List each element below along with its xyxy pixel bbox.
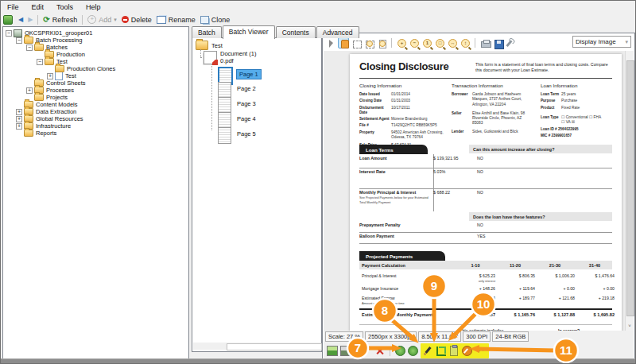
clone-button[interactable]: Clone xyxy=(198,15,233,25)
expander-icon[interactable]: − xyxy=(26,45,33,51)
node-tree-panel: − OKCSPRKI01_grooper01 − Batch Processin… xyxy=(2,26,189,360)
page-item-5[interactable]: Page 5 xyxy=(218,127,258,144)
expander-icon[interactable]: + xyxy=(16,109,22,115)
loan-amount-row: Loan Amount $ 139,321.95 NO xyxy=(359,156,612,168)
tree-item-production-clones[interactable]: Production Clones xyxy=(3,65,188,72)
tab-batch-viewer[interactable]: Batch Viewer xyxy=(223,25,275,39)
zoom-fit-height-icon[interactable]: ↕ xyxy=(460,37,471,48)
scrollbar-thumb[interactable] xyxy=(227,343,322,350)
expander-icon[interactable]: + xyxy=(47,73,53,79)
pointer-tool-icon[interactable] xyxy=(325,37,336,48)
mortgage-insurance-row: Mortgage Insurance + 148.26 + 119.64 + 0… xyxy=(359,286,612,291)
next-image-icon[interactable] xyxy=(340,346,351,356)
menu-help[interactable]: Help xyxy=(80,2,107,12)
tree-item-processes[interactable]: + Processes xyxy=(3,87,188,94)
zoom-actual-icon[interactable]: 1 xyxy=(421,37,432,48)
clipboard-icon[interactable] xyxy=(450,346,458,356)
tree-item-content-models[interactable]: Content Models xyxy=(3,101,188,108)
tree-item-data-extraction[interactable]: + Data Extraction xyxy=(3,108,188,115)
page-thumbnail[interactable] xyxy=(218,112,231,129)
menu-tools[interactable]: Tools xyxy=(50,2,80,12)
tab-batch[interactable]: Batch xyxy=(192,26,222,38)
page-item-4[interactable]: Page 4 xyxy=(218,112,258,129)
folder-icon xyxy=(55,65,64,72)
form-title: Closing Disclosure xyxy=(359,60,448,72)
expander-icon[interactable]: − xyxy=(6,30,12,37)
pan-tool-icon[interactable] xyxy=(338,37,349,48)
page-thumbnail[interactable] xyxy=(218,127,231,144)
refresh-button[interactable]: ⟳ Refresh xyxy=(41,14,80,25)
folder-icon xyxy=(24,37,33,44)
tree-item-test[interactable]: − Test xyxy=(3,58,188,65)
forward-button[interactable]: ▶ xyxy=(25,16,35,24)
monthly-pi-row: Monthly Principal & InterestSee Projecte… xyxy=(359,190,612,211)
delete-button[interactable]: Delete xyxy=(119,15,154,25)
scroll-down-icon[interactable]: ˅ xyxy=(626,322,634,331)
scrollbar-thumb[interactable] xyxy=(626,60,634,316)
expander-icon[interactable]: + xyxy=(16,123,22,130)
zoom-window-icon[interactable] xyxy=(363,37,374,48)
menu-file[interactable]: File xyxy=(1,2,25,12)
form-intro: This form is a statement of final loan t… xyxy=(475,62,615,72)
tree-item-projects[interactable]: Projects xyxy=(3,94,188,101)
document-canvas[interactable]: Closing Disclosure This form is a statem… xyxy=(324,51,626,331)
crop-icon[interactable] xyxy=(436,347,446,356)
tab-strip: Batch Batch Viewer Contents Advanced xyxy=(192,25,360,38)
edit-image-icon[interactable] xyxy=(462,346,472,356)
rename-button[interactable]: Rename xyxy=(154,15,198,25)
rotate-left-icon[interactable] xyxy=(395,346,405,356)
window-frame-bottom xyxy=(1,358,635,363)
rotate-right-icon[interactable] xyxy=(408,346,418,356)
save-icon[interactable] xyxy=(492,37,503,48)
draw-redaction-icon[interactable] xyxy=(424,347,432,355)
projected-payments-header: Projected Payments xyxy=(359,251,445,261)
undo-icon[interactable]: ↶ xyxy=(476,347,486,355)
tab-contents[interactable]: Contents xyxy=(276,26,316,38)
horizontal-scrollbar[interactable] xyxy=(193,343,320,350)
delete-image-icon[interactable] xyxy=(375,347,385,355)
expander-icon[interactable]: + xyxy=(26,87,33,94)
document-page: Closing Disclosure This form is a statem… xyxy=(350,54,622,331)
status-pixels: 2550px x 3300px xyxy=(365,331,417,342)
expander-icon[interactable]: − xyxy=(16,37,22,44)
tree-item-test-batch[interactable]: + Test xyxy=(3,72,188,79)
tab-advanced[interactable]: Advanced xyxy=(316,26,359,38)
tree-item-global-resources[interactable]: + Global Resources xyxy=(3,115,188,122)
batch-tree-panel: Test Document (1) 0.pdf Page 1 Page 2 Pa… xyxy=(192,37,322,352)
zoom-out-icon[interactable]: − xyxy=(409,37,420,48)
back-button[interactable]: ◀ xyxy=(16,16,25,24)
separator xyxy=(82,15,83,25)
display-mode-dropdown[interactable]: Display Image ▾ xyxy=(572,36,631,48)
page-item-2[interactable]: Page 2 xyxy=(218,82,258,99)
interest-rate-row: Interest Rate 5.03% NO xyxy=(359,169,612,189)
tree-item-infrastructure[interactable]: + Infrastructure xyxy=(3,122,188,130)
prepayment-penalty-row: Prepayment Penalty NO xyxy=(359,223,612,233)
page-item-3[interactable]: Page 3 xyxy=(218,97,258,114)
zoom-in-icon[interactable]: + xyxy=(396,37,407,48)
rename-icon xyxy=(157,16,166,24)
zoom-fit-width-icon[interactable]: ↔ xyxy=(447,37,458,48)
settings-icon[interactable] xyxy=(505,37,516,48)
print-icon[interactable] xyxy=(479,37,491,48)
tree-item-production[interactable]: Production xyxy=(3,51,188,58)
tree-connector xyxy=(211,64,212,130)
zoom-fit-icon[interactable]: □ xyxy=(434,37,445,48)
vertical-scrollbar[interactable]: ˅ xyxy=(625,51,634,331)
loan-information: Loan Information Loan Term25 years Purpo… xyxy=(541,83,615,140)
zoom-page-icon[interactable] xyxy=(376,37,387,48)
tree-item-control-sheets[interactable]: Control Sheets xyxy=(3,79,188,87)
batch-document[interactable]: Document (1) 0.pdf xyxy=(204,51,256,64)
add-button[interactable]: + Add ▾ xyxy=(85,14,119,25)
open-folder-icon xyxy=(196,41,208,50)
previous-image-icon[interactable] xyxy=(327,346,338,356)
tree-item-batch-processing[interactable]: − Batch Processing xyxy=(3,37,188,44)
page-thumbnail[interactable] xyxy=(218,82,231,99)
tree-item-batches[interactable]: − Batches xyxy=(3,44,188,51)
tree-item-reports[interactable]: Reports xyxy=(3,130,188,137)
region-select-icon[interactable] xyxy=(351,37,362,48)
tree-item-root[interactable]: − OKCSPRKI01_grooper01 xyxy=(3,29,188,37)
expander-icon[interactable]: + xyxy=(16,116,22,122)
menu-edit[interactable]: Edit xyxy=(25,2,51,12)
page-thumbnail[interactable] xyxy=(218,97,231,114)
expander-icon[interactable]: − xyxy=(37,59,43,65)
